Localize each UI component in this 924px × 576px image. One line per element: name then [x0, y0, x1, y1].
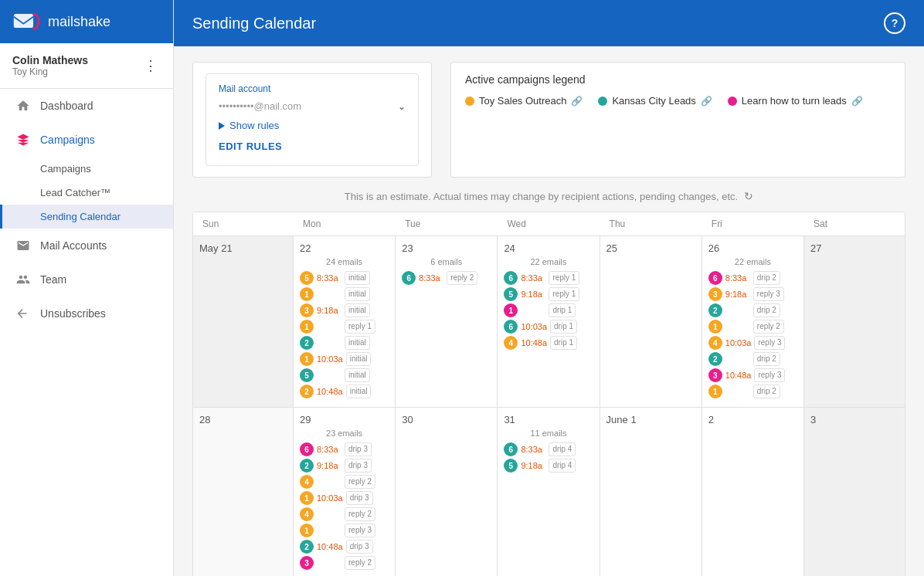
legend-panel: Active campaigns legend Toy Sales Outrea… [450, 62, 905, 178]
content-area: Mail account ••••••••••@nail.com ⌄ Show … [174, 46, 924, 576]
legend-item-1: Kansas City Leads 🔗 [598, 95, 712, 107]
subnav-sending-calendar[interactable]: Sending Calendar [0, 205, 173, 229]
time-31-1: 8:33a [521, 445, 545, 454]
email-count-22: 24 emails [300, 257, 389, 266]
badge-24-5: 4 [504, 336, 518, 350]
type-22-8: initial [346, 385, 372, 398]
entry-29-6: 1 reply 3 [300, 523, 389, 537]
type-24-1: reply 1 [549, 271, 579, 285]
sidebar-item-unsubscribes[interactable]: Unsubscribes [0, 296, 173, 330]
date-may21: May 21 [199, 242, 287, 254]
mail-account-select[interactable]: ••••••••••@nail.com ⌄ [219, 100, 406, 112]
type-29-2: drip 3 [345, 459, 372, 473]
triangle-icon [219, 122, 225, 130]
email-count-23: 6 emails [402, 257, 491, 266]
badge-24-4: 6 [504, 320, 518, 334]
day-header-thu: Thu [600, 212, 702, 235]
badge-22-4: 1 [300, 320, 314, 334]
sending-calendar: Sun Mon Tue Wed Thu Fri Sat May 21 22 24… [192, 212, 905, 576]
entry-26-2: 3 9:18a reply 3 [708, 287, 797, 301]
entry-22-5: 2 initial [300, 336, 389, 350]
sidebar-item-dashboard[interactable]: Dashboard [0, 89, 173, 123]
badge-26-6: 2 [708, 352, 722, 366]
user-menu-button[interactable]: ⋮ [141, 56, 161, 76]
type-31-2: drip 4 [549, 459, 576, 473]
cal-cell-30: 30 [396, 408, 498, 576]
type-29-6: reply 3 [345, 523, 375, 537]
estimate-text: This is an estimate. Actual times may ch… [345, 191, 738, 202]
type-29-1: drip 3 [345, 442, 372, 456]
mailshake-logo-icon [12, 11, 40, 32]
logo-text: mailshake [48, 14, 110, 30]
mail-account-inner: Mail account ••••••••••@nail.com ⌄ Show … [206, 73, 419, 166]
legend-item-0: Toy Sales Outreach 🔗 [465, 95, 583, 107]
entry-24-4: 6 10:03a drip 1 [504, 320, 593, 334]
subnav-campaigns[interactable]: Campaigns [0, 157, 173, 181]
legend-dot-0 [465, 97, 474, 106]
badge-31-1: 6 [504, 442, 518, 456]
time-24-2: 9:18a [521, 290, 545, 299]
entry-24-1: 6 8:33a reply 1 [504, 271, 593, 285]
mail-account-label: Mail account [219, 83, 406, 94]
home-icon [15, 98, 31, 114]
time-29-4: 10:03a [317, 493, 343, 503]
legend-item-2: Learn how to turn leads 🔗 [728, 95, 863, 107]
edit-rules-button[interactable]: EDIT RULES [219, 134, 282, 152]
legend-label-1: Kansas City Leads [612, 95, 695, 107]
legend-items: Toy Sales Outreach 🔗 Kansas City Leads 🔗… [465, 95, 891, 107]
entry-31-1: 6 8:33a drip 4 [504, 442, 593, 456]
cal-cell-22: 22 24 emails 5 8:33a initial 1 initial 3 [294, 236, 396, 407]
sidebar-header: mailshake [0, 0, 173, 43]
cal-cell-3: 3 [804, 408, 905, 576]
entry-29-2: 2 9:18a drip 3 [300, 459, 389, 473]
type-22-6: initial [346, 352, 372, 366]
type-26-2: reply 3 [753, 287, 784, 301]
type-22-3: initial [345, 303, 370, 317]
entry-24-2: 5 9:18a reply 1 [504, 287, 593, 301]
mail-account-email: ••••••••••@nail.com [219, 100, 398, 112]
sidebar-item-campaigns[interactable]: Campaigns [0, 123, 173, 157]
type-26-4: reply 2 [753, 320, 784, 334]
badge-26-5: 4 [708, 336, 722, 350]
user-section: Colin Mathews Toy King ⋮ [0, 43, 173, 89]
time-29-2: 9:18a [317, 461, 341, 470]
time-23-1: 8:33a [419, 273, 443, 283]
calendar-week-1: May 21 22 24 emails 5 8:33a initial 1 in… [193, 236, 905, 408]
type-26-6: drip 2 [753, 352, 780, 366]
type-24-3: drip 1 [549, 303, 576, 317]
time-24-4: 10:03a [521, 322, 547, 331]
time-29-1: 8:33a [317, 445, 341, 454]
sidebar-item-team[interactable]: Team [0, 263, 173, 296]
team-icon [15, 272, 31, 287]
time-22-6: 10:03a [317, 354, 343, 364]
entry-22-6: 1 10:03a initial [300, 352, 389, 366]
campaigns-subnav: Campaigns Lead Catcher™ Sending Calendar [0, 157, 173, 229]
help-button[interactable]: ? [884, 12, 905, 34]
entry-29-3: 4 reply 2 [300, 475, 389, 489]
type-23-1: reply 2 [447, 271, 477, 285]
page-title: Sending Calendar [192, 15, 316, 32]
top-bar: Sending Calendar ? [174, 0, 924, 46]
cal-cell-28: 28 [193, 408, 294, 576]
estimate-bar: This is an estimate. Actual times may ch… [192, 190, 905, 202]
sidebar: mailshake Colin Mathews Toy King ⋮ Dashb… [0, 0, 174, 576]
entry-26-1: 6 8:33a drip 2 [708, 271, 797, 285]
badge-29-7: 2 [300, 540, 314, 554]
badge-22-3: 3 [300, 303, 314, 317]
campaigns-icon [15, 132, 31, 147]
badge-26-2: 3 [708, 287, 722, 301]
entry-26-6: 2 drip 2 [708, 352, 797, 366]
day-header-wed: Wed [498, 212, 600, 235]
date-31: 31 [504, 414, 593, 425]
time-31-2: 9:18a [521, 461, 545, 470]
badge-22-8: 2 [300, 385, 314, 398]
subnav-lead-catcher[interactable]: Lead Catcher™ [0, 181, 173, 205]
refresh-icon[interactable]: ↻ [744, 190, 753, 202]
show-rules-toggle[interactable]: Show rules [219, 112, 406, 134]
type-29-7: drip 3 [346, 540, 373, 554]
time-22-1: 8:33a [317, 273, 341, 283]
sidebar-item-mail-accounts[interactable]: Mail Accounts [0, 229, 173, 263]
entry-22-7: 5 initial [300, 368, 389, 382]
time-24-1: 8:33a [521, 273, 545, 283]
badge-26-8: 1 [708, 385, 722, 398]
